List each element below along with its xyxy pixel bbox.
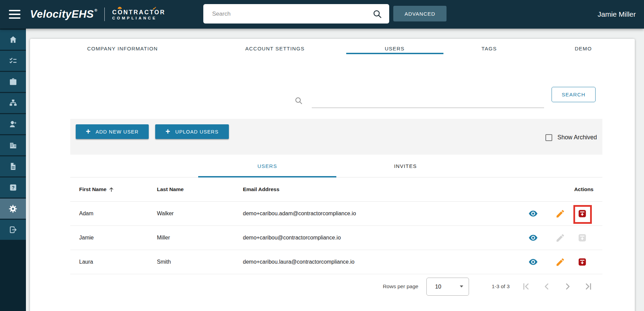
previous-page-icon[interactable] <box>542 281 552 292</box>
first-page-icon[interactable] <box>521 281 531 292</box>
logout-icon <box>9 225 18 234</box>
cell-first-name: Adam <box>70 211 157 217</box>
view-user-icon[interactable] <box>528 257 538 267</box>
sidebar-item-tasks[interactable] <box>0 51 26 71</box>
company-buildings-icon <box>9 141 18 150</box>
subtab-invites[interactable]: INVITES <box>336 155 474 177</box>
tab-demo[interactable]: DEMO <box>575 46 592 51</box>
archive-user-icon[interactable] <box>577 208 587 219</box>
sidebar-nav: ? <box>0 29 26 311</box>
view-user-icon[interactable] <box>528 233 538 243</box>
cell-actions <box>514 257 602 267</box>
edit-user-icon[interactable] <box>555 257 565 267</box>
sidebar-item-companies[interactable] <box>0 135 26 155</box>
sidebar-item-home[interactable] <box>0 30 26 50</box>
column-header-email: Email Address <box>243 186 514 192</box>
cell-first-name: Jamie <box>70 235 157 241</box>
users-table: First Name Last Name Email Address Actio… <box>70 177 602 274</box>
tab-company-information[interactable]: COMPANY INFORMATION <box>87 46 158 51</box>
tab-tags[interactable]: TAGS <box>482 46 497 51</box>
document-icon <box>9 162 18 171</box>
sidebar-item-contractors[interactable] <box>0 114 26 134</box>
tab-account-settings[interactable]: ACCOUNT SETTINGS <box>245 46 305 51</box>
cell-email: demo+caribou.laura@contractorcompliance.… <box>243 259 514 265</box>
logo-divider <box>104 7 105 21</box>
cell-last-name: Smith <box>157 259 243 265</box>
app-header: VelocityEHS® CONTRACTOR COMPLIANCE ✓ ADV… <box>0 0 644 29</box>
cell-last-name: Miller <box>157 235 243 241</box>
user-filter-input[interactable] <box>312 94 544 108</box>
check-accent-icon: ✓ <box>152 5 157 11</box>
settings-card: COMPANY INFORMATION ACCOUNT SETTINGS USE… <box>30 39 635 311</box>
settings-icon <box>8 204 18 214</box>
column-header-actions: Actions <box>514 186 602 192</box>
advanced-search-button[interactable]: ADVANCED <box>393 6 447 21</box>
page: VelocityEHS® CONTRACTOR COMPLIANCE ✓ ADV… <box>0 0 644 311</box>
cell-actions <box>514 233 602 243</box>
hardhat-icon <box>118 7 122 9</box>
sidebar-item-org-chart[interactable] <box>0 93 26 113</box>
last-page-icon[interactable] <box>583 281 594 292</box>
filter-search-icon <box>294 96 303 107</box>
rows-per-page-label: Rows per page <box>383 283 418 290</box>
subtab-users[interactable]: USERS <box>198 155 336 177</box>
velocityehs-logo: VelocityEHS® <box>30 8 98 20</box>
help-icon: ? <box>9 183 18 192</box>
archive-user-icon[interactable] <box>577 257 587 267</box>
table-header-row: First Name Last Name Email Address Actio… <box>70 177 602 202</box>
tab-users[interactable]: USERS <box>385 46 405 51</box>
sidebar-item-settings[interactable] <box>0 199 26 219</box>
active-tab-indicator <box>346 53 443 54</box>
sort-ascending-icon <box>108 186 114 193</box>
sidebar-item-jobs[interactable] <box>0 72 26 92</box>
view-user-icon[interactable] <box>528 208 538 219</box>
column-header-first-name[interactable]: First Name <box>70 186 157 193</box>
cell-email: demo+caribou@contractorcompliance.io <box>243 235 514 241</box>
cell-last-name: Walker <box>157 211 243 217</box>
product-line2: COMPLIANCE <box>112 16 165 20</box>
table-row: Laura Smith demo+caribou.laura@contracto… <box>70 250 602 274</box>
subtab-row: USERS INVITES <box>70 155 602 177</box>
checklist-icon <box>9 56 18 65</box>
search-button[interactable]: SEARCH <box>552 87 596 102</box>
sidebar-item-logout[interactable] <box>0 220 26 240</box>
contractor-worker-icon <box>9 120 18 129</box>
contractor-compliance-logo: CONTRACTOR COMPLIANCE ✓ <box>112 9 165 20</box>
upload-users-button[interactable]: + UPLOAD USERS <box>155 124 229 139</box>
global-search-input[interactable] <box>203 11 372 17</box>
show-archived-label: Show Archived <box>557 134 597 141</box>
toolbar-band: + ADD NEW USER + UPLOAD USERS Show Archi… <box>70 119 602 155</box>
sidebar-item-documents[interactable] <box>0 156 26 176</box>
add-new-user-button[interactable]: + ADD NEW USER <box>76 124 149 139</box>
global-search <box>203 4 389 24</box>
product-line1: CONTRACTOR <box>112 9 165 15</box>
table-row: Adam Walker demo+caribou.adam@contractor… <box>70 202 602 226</box>
table-row: Jamie Miller demo+caribou@contractorcomp… <box>70 226 602 250</box>
pagination: Rows per page 10 1-3 of 3 <box>70 274 602 299</box>
rows-per-page-select[interactable]: 10 <box>426 278 469 296</box>
briefcase-icon <box>9 77 18 87</box>
column-header-last-name: Last Name <box>157 186 243 192</box>
registered-mark: ® <box>94 8 98 12</box>
search-icon[interactable] <box>372 9 382 19</box>
user-menu[interactable]: Jamie Miller <box>598 0 636 29</box>
show-archived-control: Show Archived <box>545 134 597 141</box>
hamburger-menu-icon[interactable] <box>9 10 20 19</box>
home-icon <box>9 35 18 44</box>
cell-actions <box>514 208 602 219</box>
next-page-icon[interactable] <box>562 281 573 292</box>
cell-email: demo+caribou.adam@contractorcompliance.i… <box>243 211 514 217</box>
sidebar-item-help[interactable]: ? <box>0 177 26 198</box>
svg-text:?: ? <box>12 185 15 190</box>
edit-user-icon[interactable] <box>555 209 565 219</box>
pagination-range: 1-3 of 3 <box>492 283 510 290</box>
show-archived-checkbox[interactable] <box>545 134 552 141</box>
edit-user-icon-disabled <box>555 233 565 243</box>
cell-first-name: Laura <box>70 259 157 265</box>
dropdown-caret-icon <box>460 285 463 287</box>
org-chart-icon <box>9 98 18 108</box>
archive-user-icon-disabled <box>577 233 587 243</box>
